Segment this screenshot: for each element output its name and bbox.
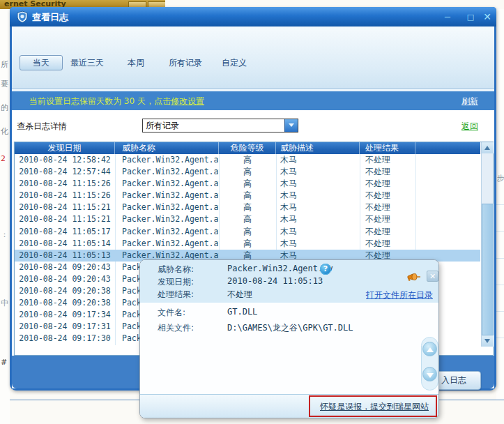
arrow-down-icon	[484, 339, 490, 343]
cell-result: 不处理	[360, 226, 415, 238]
field-value-found-date: 2010-08-24 11:05:13	[227, 276, 323, 286]
table-row[interactable]: 2010-08-24 11:15:26 Packer.Win32.Agent.a…	[15, 190, 480, 202]
column-header-threat-name[interactable]: 威胁名称	[115, 142, 219, 154]
field-value-result: 不处理	[227, 289, 252, 301]
table-row[interactable]: 2010-08-24 12:57:44 Packer.Win32.Agent.a…	[15, 166, 480, 178]
threat-detail-popup: 威胁名称: Packer.Win32.Agent.av ? ✕ 发现日期: 20…	[139, 259, 439, 418]
field-value-threat-name: Packer.Win32.Agent.av	[227, 264, 333, 273]
table-row[interactable]: 2010-08-24 12:58:42 Packer.Win32.Agent.a…	[15, 154, 480, 166]
cell-risk-level: 高	[219, 213, 276, 225]
field-label-file-name: 文件名:	[158, 307, 185, 319]
dropdown-selected-value: 所有记录	[146, 120, 179, 132]
cell-date: 2010-08-24 11:15:26	[15, 178, 115, 190]
cell-result: 不处理	[360, 154, 415, 166]
window-title: 查看日志	[32, 11, 68, 24]
record-navigator	[421, 337, 438, 391]
close-button[interactable]: ✕	[482, 12, 493, 22]
cell-threat-desc: 木马	[276, 226, 360, 238]
tab-this-week[interactable]: 本周	[128, 57, 144, 69]
cell-risk-level: 高	[219, 190, 276, 202]
refresh-link[interactable]: 刷新	[461, 96, 478, 107]
cell-date: 2010-08-24 11:15:26	[15, 190, 115, 202]
cell-date: 2010-08-24 12:57:44	[15, 166, 115, 178]
scrollbar-thumb[interactable]	[482, 204, 494, 335]
table-row[interactable]: 2010-08-24 11:15:21 Packer.Win32.Agent.a…	[15, 213, 480, 225]
table-row[interactable]: 2010-08-24 11:05:14 Packer.Win32.Agent.a…	[15, 238, 480, 250]
dropdown-button[interactable]	[284, 119, 298, 132]
field-label-result: 处理结果:	[158, 289, 194, 301]
tab-last-3-days[interactable]: 最近三天	[70, 57, 104, 69]
scroll-down-button[interactable]	[482, 335, 494, 347]
table-header: 发现日期 威胁名称 危险等级 威胁描述 处理结果	[15, 142, 480, 154]
previous-record-button[interactable]	[422, 342, 437, 356]
arrow-up-icon	[484, 146, 490, 150]
tab-today[interactable]: 当天	[20, 55, 63, 70]
arrow-down-icon	[427, 373, 434, 378]
table-row[interactable]: 2010-08-24 11:15:26 Packer.Win32.Agent.a…	[15, 178, 480, 190]
report-false-positive-link[interactable]: 怀疑是误报，提交到瑞星网站	[320, 401, 429, 413]
cell-risk-level: 高	[219, 226, 276, 238]
cell-date: 2010-08-24 11:05:17	[15, 226, 115, 238]
cell-threat-name: Packer.Win32.Agent.av	[115, 166, 219, 178]
background-text-fragment: 中	[1, 298, 8, 308]
back-link[interactable]: 返回	[461, 121, 478, 132]
column-header-date[interactable]: 发现日期	[15, 142, 115, 154]
cell-date: 2010-08-24 11:05:14	[15, 238, 115, 250]
cell-date: 2010-08-24 11:15:21	[15, 202, 115, 213]
open-file-directory-link[interactable]: 打开文件所在目录	[366, 289, 433, 301]
scroll-up-button[interactable]	[482, 142, 494, 153]
cell-risk-level: 高	[219, 178, 276, 190]
modify-settings-link[interactable]: 修改设置	[171, 96, 204, 106]
filter-label: 查杀日志详情	[17, 121, 67, 132]
cell-date: 2010-08-24 11:15:21	[15, 213, 115, 225]
column-header-threat-desc[interactable]: 威胁描述	[276, 142, 360, 154]
cell-date: 2010-08-24 11:05:13	[15, 250, 115, 262]
cell-date: 2010-08-24 09:20:43	[15, 273, 115, 285]
tab-all-records[interactable]: 所有记录	[169, 57, 202, 69]
cell-result: 不处理	[360, 238, 415, 250]
cell-threat-desc: 木马	[276, 202, 360, 213]
tab-bar: 当天 最近三天 本周 所有记录 自定义	[12, 26, 494, 89]
column-header-result[interactable]: 处理结果	[360, 142, 415, 154]
cell-date: 2010-08-24 09:17:34	[15, 309, 115, 321]
field-value-related-file: D:\GAMES\龙之谷\GPK\GT.DLL	[227, 322, 353, 334]
cell-risk-level: 高	[219, 166, 276, 178]
background-text-fragment: 化	[1, 126, 8, 137]
next-record-button[interactable]	[422, 367, 437, 381]
background-text-fragment: 要	[1, 79, 8, 89]
cell-threat-desc: 木马	[276, 238, 360, 250]
window-titlebar[interactable]: 查看日志 ─ □ ✕	[10, 7, 496, 26]
field-label-found-date: 发现日期:	[158, 276, 194, 288]
table-row[interactable]: 2010-08-24 11:05:17 Packer.Win32.Agent.a…	[15, 226, 480, 238]
background-text-fragment: 步	[497, 173, 504, 183]
background-text-fragment: 2	[1, 154, 6, 163]
minimize-button[interactable]: ─	[442, 12, 453, 22]
background-text-fragment: ：	[1, 229, 8, 240]
maximize-button[interactable]: □	[465, 12, 476, 22]
cell-threat-name: Packer.Win32.Agent.av	[115, 226, 219, 238]
record-type-dropdown[interactable]: 所有记录	[142, 119, 298, 132]
column-header-filler	[415, 142, 480, 154]
cell-threat-name: Packer.Win32.Agent.av	[115, 154, 219, 166]
screen: ernet Security 所要的化2：中# 步 查看日志 ─ □ ✕ 当天 …	[0, 0, 504, 424]
popup-footer: 怀疑是误报，提交到瑞星网站	[140, 394, 438, 418]
background-right-sliver: 步	[496, 9, 504, 400]
cell-date: 2010-08-24 09:20:43	[15, 262, 115, 273]
tab-custom[interactable]: 自定义	[222, 57, 247, 69]
cell-threat-desc: 木马	[276, 154, 360, 166]
cell-risk-level: 高	[219, 238, 276, 250]
background-left-sliver: 所要的化2：中#	[0, 9, 10, 424]
cell-date: 2010-08-24 09:20:38	[15, 285, 115, 297]
vertical-scrollbar[interactable]	[481, 142, 493, 347]
help-icon[interactable]: ?	[320, 264, 331, 275]
cell-threat-name: Packer.Win32.Agent.av	[115, 178, 219, 190]
background-text-fragment: 所	[1, 59, 8, 70]
cell-threat-name: Packer.Win32.Agent.av	[115, 238, 219, 250]
arrow-up-icon	[427, 347, 434, 352]
column-header-risk-level[interactable]: 危险等级	[219, 142, 276, 154]
filter-row: 查杀日志详情 所有记录 返回	[12, 110, 494, 142]
table-row[interactable]: 2010-08-24 11:15:21 Packer.Win32.Agent.a…	[15, 202, 480, 213]
background-text-fragment: #	[1, 358, 7, 367]
chevron-down-icon	[289, 123, 294, 127]
cell-risk-level: 高	[219, 202, 276, 213]
